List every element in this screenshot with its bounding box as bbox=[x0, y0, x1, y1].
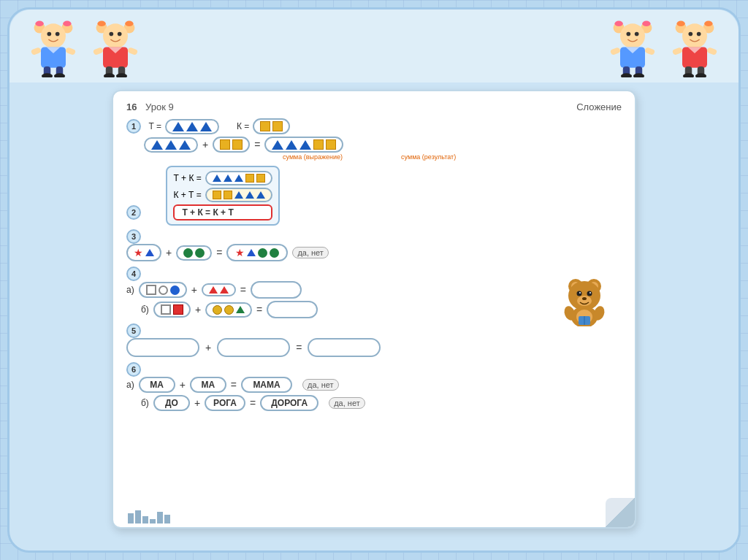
characters-left bbox=[24, 15, 145, 77]
eq6a: = bbox=[231, 379, 237, 391]
section-1-num: 1 bbox=[126, 119, 141, 134]
sq-w2 bbox=[161, 304, 171, 315]
k-label: К = bbox=[237, 121, 249, 131]
sec5-content: + = bbox=[126, 338, 622, 357]
svg-point-18 bbox=[103, 23, 128, 48]
sec4-a-label: а) bbox=[126, 285, 134, 295]
tri2 bbox=[186, 122, 198, 131]
eq6b: = bbox=[250, 397, 256, 409]
svg-point-17 bbox=[125, 20, 133, 26]
svg-point-54 bbox=[683, 73, 694, 77]
svg-point-31 bbox=[642, 20, 650, 26]
eq4b: = bbox=[256, 304, 262, 315]
t-value-pill bbox=[165, 119, 219, 134]
sec3-tri bbox=[145, 249, 154, 256]
s2-sq2 bbox=[256, 174, 265, 183]
r-sq1 bbox=[313, 139, 324, 150]
bar5 bbox=[157, 512, 163, 523]
sec6-do: ДО bbox=[153, 395, 190, 411]
s2-sq3 bbox=[213, 191, 221, 199]
svg-point-40 bbox=[621, 73, 632, 77]
plus4b: + bbox=[195, 304, 201, 315]
svg-point-12 bbox=[42, 73, 53, 77]
sec4b-answer bbox=[267, 301, 318, 318]
sec2-tk-label: Т + К = bbox=[173, 173, 201, 183]
sec3-content: ★ + = ★ да, нет bbox=[126, 244, 622, 261]
sec4b-mid-pill bbox=[205, 302, 252, 318]
svg-point-55 bbox=[695, 73, 706, 77]
character-girl-right2 bbox=[665, 15, 724, 77]
svg-rect-23 bbox=[127, 47, 138, 55]
sec2-row1: Т + К = bbox=[173, 171, 272, 185]
star-icon2: ★ bbox=[235, 247, 245, 258]
plus1: + bbox=[202, 139, 208, 150]
topic-title: Сложение bbox=[576, 101, 622, 112]
yes-no-6a[interactable]: да, нет bbox=[302, 379, 339, 391]
yes-no-6b[interactable]: да, нет bbox=[329, 397, 365, 409]
s2-tri5 bbox=[245, 191, 254, 199]
sq1 bbox=[260, 121, 270, 131]
bar4 bbox=[150, 519, 156, 523]
plus5: + bbox=[205, 342, 211, 353]
sum-sq-pill bbox=[213, 137, 250, 153]
section-5-num: 5 bbox=[126, 323, 141, 338]
sec6-ma1: МА bbox=[139, 377, 175, 393]
sec6-b-label: б) bbox=[141, 398, 149, 408]
eq4a: = bbox=[240, 284, 246, 296]
circle-g4 bbox=[270, 248, 279, 258]
sec6-mama: МАМА bbox=[241, 377, 292, 393]
svg-point-13 bbox=[54, 73, 65, 77]
svg-rect-22 bbox=[93, 47, 104, 55]
bar1 bbox=[128, 513, 134, 523]
circ-b1 bbox=[170, 285, 180, 295]
svg-rect-36 bbox=[610, 47, 621, 55]
r-tri2 bbox=[286, 140, 297, 150]
sec4a-mid-pill bbox=[202, 283, 236, 296]
svg-point-32 bbox=[620, 23, 645, 48]
character-girl-right1 bbox=[603, 15, 662, 77]
sec2-kt-pill bbox=[205, 188, 272, 202]
sec4a-left-pill bbox=[139, 282, 187, 298]
s2-tri2 bbox=[224, 174, 232, 182]
sec6-roga: РОГА bbox=[205, 395, 245, 411]
s2-tri4 bbox=[234, 191, 243, 199]
section-3: 3 ★ + = ★ да, нет bbox=[126, 229, 622, 261]
circle-g1 bbox=[183, 248, 193, 258]
plus6b: + bbox=[194, 397, 200, 409]
sec5-left bbox=[126, 338, 199, 357]
sec2-tk-pill bbox=[205, 171, 272, 185]
svg-point-41 bbox=[633, 73, 644, 77]
sec4-row-b: б) + = bbox=[141, 301, 622, 318]
sq-r1 bbox=[173, 304, 183, 315]
sec3-answer-pill: ★ bbox=[226, 244, 288, 261]
sq2 bbox=[272, 121, 283, 131]
section-2: 2 Т + К = К + Т = bbox=[126, 166, 622, 226]
svg-point-2 bbox=[35, 20, 43, 26]
sec2-kt-label: К + Т = bbox=[173, 190, 201, 200]
s2-tri3 bbox=[234, 174, 243, 182]
svg-point-46 bbox=[682, 23, 707, 48]
svg-point-27 bbox=[116, 73, 127, 77]
svg-point-3 bbox=[63, 20, 71, 26]
svg-point-30 bbox=[614, 20, 622, 26]
sec4b-left-pill bbox=[153, 302, 191, 318]
svg-point-4 bbox=[41, 23, 66, 48]
yes-no-3[interactable]: да, нет bbox=[292, 247, 329, 258]
page-number: 16 bbox=[126, 101, 137, 112]
sec6-row-a: а) МА + МА = МАМА да, нет bbox=[126, 377, 622, 393]
circle-g2 bbox=[195, 248, 205, 258]
s-tri1 bbox=[151, 140, 163, 150]
sec3-left-pill: ★ bbox=[126, 244, 161, 261]
sq-w1 bbox=[146, 285, 156, 295]
s-sq1 bbox=[220, 139, 230, 150]
section-1: 1 Т = К = + bbox=[126, 118, 622, 161]
section-4: 4 а) + = б) bbox=[126, 266, 622, 318]
character-girl-left2 bbox=[86, 15, 145, 77]
svg-point-19 bbox=[110, 31, 114, 36]
sec5-right bbox=[308, 338, 381, 357]
sec3-tri2 bbox=[247, 249, 256, 256]
circle-g3 bbox=[258, 248, 267, 258]
s-tri3 bbox=[179, 140, 191, 150]
svg-point-5 bbox=[47, 31, 52, 36]
sec4-row-a: а) + = bbox=[126, 281, 622, 299]
